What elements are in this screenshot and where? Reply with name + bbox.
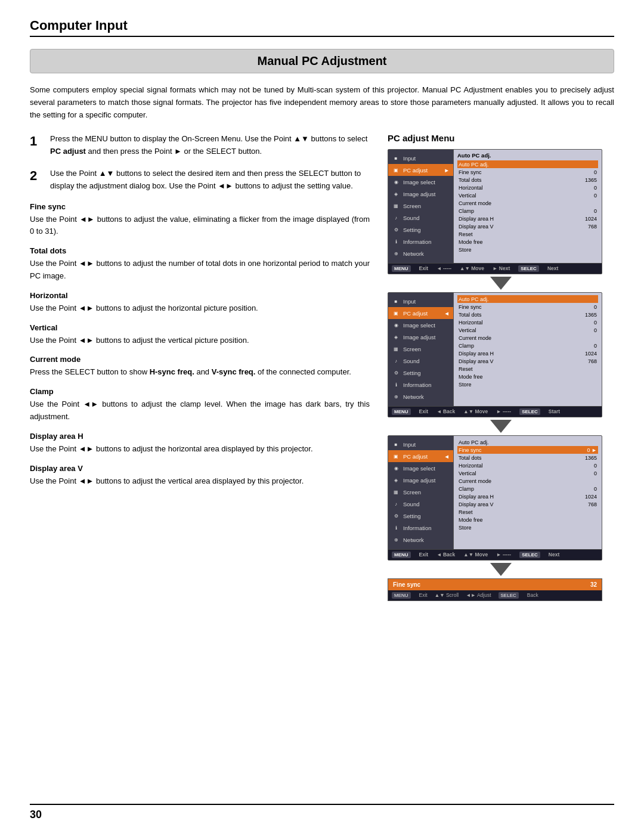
sound-icon: ♪ (392, 213, 400, 222)
section-total-dots: Total dots Use the Point ◄► buttons to a… (30, 246, 370, 283)
menu-right-item-displayv-1: Display area V768 (457, 222, 598, 230)
input-icon: ■ (392, 154, 400, 162)
section-horizontal-heading: Horizontal (30, 291, 370, 300)
fine-sync-bar-row: Fine sync 32 (388, 579, 602, 590)
menu-item-input-3: ■Input (388, 438, 453, 450)
menu-right-item-store-1: Store (457, 246, 598, 253)
menu-right-item-totaldots-2: Total dots1365 (457, 311, 598, 318)
imageselect-icon: ◉ (392, 178, 400, 186)
menu-right-title-1: Auto PC adj. (457, 152, 598, 159)
menu-item-screen-2: ▦Screen (388, 343, 453, 355)
menu-screenshot-1: ■Input ▣PC adjust► ◉Image select ◈Image … (388, 149, 602, 274)
menu-item-imageadjust-3: ◈Image adjust (388, 474, 453, 486)
step-2-number: 2 (30, 168, 43, 193)
section-horizontal-text: Use the Point ◄► buttons to adjust the h… (30, 302, 370, 315)
menu-item-pcadjust-2: ▣PC adjust◄ (388, 307, 453, 319)
menu-left-3: ■Input ▣PC adjust◄ ◉Image select ◈Image … (388, 436, 454, 549)
menu-right-item-clamp-3: Clamp0 (457, 485, 598, 493)
menu-item-info-1: ℹInformation (388, 236, 453, 247)
menu-right-item-displayh-3: Display area H1024 (457, 493, 598, 500)
menu-item-imageadjust-1: ◈Image adjust (388, 188, 453, 200)
menu-item-setting-2: ⚙Setting (388, 367, 453, 379)
section-clamp-heading: Clamp (30, 387, 370, 396)
section-display-h: Display area H Use the Point ◄► buttons … (30, 432, 370, 456)
network-icon: ⊕ (392, 249, 400, 258)
section-current-mode-heading: Current mode (30, 355, 370, 364)
section-total-dots-text: Use the Point ◄► buttons to adjust the n… (30, 258, 370, 283)
down-arrow-shape-1 (490, 277, 512, 290)
section-vertical: Vertical Use the Point ◄► buttons to adj… (30, 323, 370, 347)
menu-item-screen-1: ▦Screen (388, 200, 453, 212)
section-fine-sync-text: Use the Point ◄► buttons to adjust the v… (30, 213, 370, 239)
menu-right-item-currentmode-1: Current mode (457, 199, 598, 207)
menu-right-item-store-3: Store (457, 524, 598, 531)
step-1: 1 Press the MENU button to display the O… (30, 133, 370, 158)
menu-right-item-finesync-2: Fine sync0 (457, 303, 598, 311)
menu-right-3: Auto PC adj. Fine sync0 ► Total dots1365… (454, 436, 602, 549)
menu-item-imageselect-3: ◉Image select (388, 462, 453, 474)
section-current-mode-text: Press the SELECT button to show H-sync f… (30, 366, 370, 379)
menu-right-item-finesync-3: Fine sync0 ► (457, 446, 598, 454)
menu-right-item-reset-3: Reset (457, 508, 598, 516)
screen-icon: ▦ (392, 202, 400, 210)
menu-right-item-clamp-2: Clamp0 (457, 342, 598, 349)
menu-item-setting-1: ⚙Setting (388, 224, 453, 236)
page-bottom: 30 (30, 804, 614, 821)
menu-right-title-2: Auto PC adj. (457, 295, 598, 303)
menu-item-screen-3: ▦Screen (388, 486, 453, 498)
menu-item-network-3: ⊕Network (388, 534, 453, 546)
section-clamp-text: Use the Point ◄► buttons to adjust the c… (30, 398, 370, 423)
section-display-h-text: Use the Point ◄► buttons to adjust the h… (30, 443, 370, 456)
menu-bar-2: MENUExit ◄ Back ▲▼ Move ► ----- SELECSta… (388, 406, 602, 417)
down-arrow-1 (388, 277, 614, 290)
menu-item-sound-3: ♪Sound (388, 498, 453, 510)
down-arrow-shape-2 (490, 420, 512, 433)
section-header: Computer Input (30, 18, 614, 37)
down-arrow-shape-3 (490, 563, 512, 576)
down-arrow-2 (388, 420, 614, 433)
fine-sync-bar-container: Fine sync 32 MENUExit ▲▼ Scroll ◄► Adjus… (388, 578, 602, 601)
menu-item-network-1: ⊕Network (388, 247, 453, 259)
page-number: 30 (30, 809, 42, 821)
menu-screenshot-2: ■Input ▣PC adjust◄ ◉Image select ◈Image … (388, 292, 602, 417)
menu-right-item-displayv-2: Display area V768 (457, 357, 598, 365)
section-current-mode: Current mode Press the SELECT button to … (30, 355, 370, 379)
menu-right-item-reset-2: Reset (457, 365, 598, 373)
menu-item-info-3: ℹInformation (388, 522, 453, 534)
menu-right-item-totaldots-3: Total dots1365 (457, 454, 598, 462)
menu-item-input-2: ■Input (388, 295, 453, 307)
fine-sync-label: Fine sync (393, 581, 420, 588)
pcadjust-icon: ▣ (392, 166, 400, 174)
menu-right-item-displayv-3: Display area V768 (457, 500, 598, 508)
section-display-v-heading: Display area V (30, 464, 370, 473)
menu-item-imageselect-2: ◉Image select (388, 319, 453, 331)
section-display-h-heading: Display area H (30, 432, 370, 441)
input-icon-2: ■ (392, 297, 400, 305)
menu-item-network-2: ⊕Network (388, 391, 453, 402)
down-arrow-3 (388, 563, 614, 576)
imageadjust-icon: ◈ (392, 190, 400, 198)
menu-right-item-totaldots-1: Total dots1365 (457, 176, 598, 184)
section-vertical-text: Use the Point ◄► buttons to adjust the v… (30, 335, 370, 347)
menu-right-item-vertical-2: Vertical0 (457, 326, 598, 334)
step-1-text: Press the MENU button to display the On-… (50, 133, 370, 158)
menu-right-item-horizontal-1: Horizontal0 (457, 184, 598, 191)
menu-right-item-modefree-2: Mode free (457, 373, 598, 380)
section-horizontal: Horizontal Use the Point ◄► buttons to a… (30, 291, 370, 315)
menu-right-item-finesync-1: Fine sync0 (457, 168, 598, 176)
menu-item-sound-2: ♪Sound (388, 355, 453, 367)
menu-right-item-vertical-3: Vertical0 (457, 469, 598, 477)
menu-right-title-3a: Auto PC adj. (457, 438, 598, 446)
menu-right-item-horizontal-2: Horizontal0 (457, 318, 598, 326)
step-1-number: 1 (30, 133, 43, 158)
section-fine-sync: Fine sync Use the Point ◄► buttons to ad… (30, 202, 370, 239)
menu-left-2: ■Input ▣PC adjust◄ ◉Image select ◈Image … (388, 293, 454, 406)
section-total-dots-heading: Total dots (30, 246, 370, 255)
pcadjust-icon-2: ▣ (392, 309, 400, 317)
setting-icon: ⚙ (392, 225, 400, 234)
fine-sync-bottom-bar: MENUExit ▲▼ Scroll ◄► Adjust SELECBack (388, 590, 602, 600)
step-2-text: Use the Point ▲▼ buttons to select the d… (50, 168, 370, 193)
menu-item-pcadjust-1: ▣PC adjust► (388, 164, 453, 176)
menu-right-item-displayh-2: Display area H1024 (457, 349, 598, 357)
section-title: Computer Input (30, 18, 614, 33)
